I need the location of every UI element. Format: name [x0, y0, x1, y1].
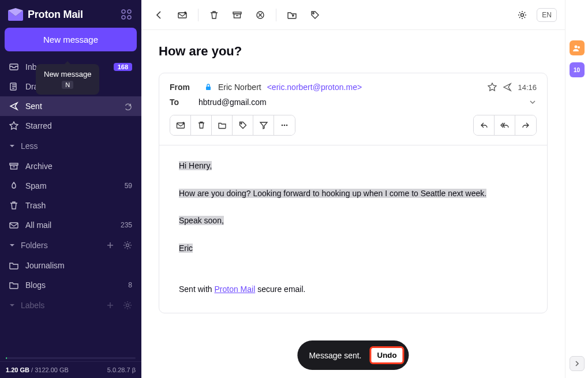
chevron-down-icon	[9, 302, 15, 308]
sidebar-item-label: All mail	[25, 220, 51, 230]
folders-title: Folders	[21, 241, 48, 250]
svg-point-20	[182, 122, 185, 124]
less-label: Less	[21, 141, 38, 151]
star-icon	[9, 121, 18, 130]
svg-point-23	[284, 125, 286, 126]
delete-button[interactable]	[204, 5, 224, 25]
message-time: 14:16	[518, 83, 537, 92]
allmail-icon	[9, 220, 18, 230]
toolbar: EN	[141, 0, 565, 30]
sent-icon	[9, 102, 18, 111]
sidebar: Proton Mail New message New message N In…	[0, 0, 141, 378]
add-label-icon[interactable]	[106, 301, 115, 310]
body-signature: Eric	[179, 244, 193, 253]
move-to-button[interactable]	[212, 115, 233, 135]
storage-used: 1.20 GB	[6, 366, 29, 373]
contacts-app-icon[interactable]	[570, 40, 585, 55]
labels-header[interactable]: Labels	[0, 295, 141, 316]
storage-bar: 1.20 GB / 3122.00 GB 5.0.28.7 β	[0, 361, 141, 378]
folders-settings-icon[interactable]	[123, 241, 132, 250]
reply-all-button[interactable]	[495, 115, 515, 135]
forward-button[interactable]	[515, 115, 536, 135]
folder-journalism[interactable]: Journalism	[0, 256, 141, 275]
body-greeting: Hi Henry,	[179, 161, 212, 170]
folder-blogs[interactable]: Blogs 8	[0, 275, 141, 295]
undo-button[interactable]: Undo	[370, 346, 405, 364]
less-toggle[interactable]: Less	[0, 136, 141, 156]
lock-icon	[204, 83, 212, 91]
svg-point-24	[286, 125, 288, 126]
folder-icon	[9, 280, 18, 290]
svg-point-10	[126, 304, 129, 307]
collapse-rail-button[interactable]	[570, 356, 585, 371]
blogs-count: 8	[128, 281, 132, 289]
more-actions-button[interactable]	[274, 115, 295, 135]
proton-mail-link[interactable]: Proton Mail	[214, 285, 255, 294]
drafts-icon	[9, 82, 18, 91]
svg-point-3	[128, 16, 131, 19]
svg-point-9	[126, 244, 129, 247]
expand-recipients-icon[interactable]	[529, 98, 537, 106]
chevron-down-icon	[9, 143, 15, 149]
mark-unread-button[interactable]	[170, 115, 191, 135]
svg-rect-8	[10, 223, 18, 228]
spam-icon	[9, 181, 18, 190]
reply-button[interactable]	[474, 115, 495, 135]
sidebar-item-label: Blogs	[25, 280, 46, 290]
spam-count: 59	[125, 182, 132, 190]
move-button[interactable]	[282, 5, 302, 25]
add-folder-icon[interactable]	[106, 241, 115, 250]
message-reply-group	[473, 115, 537, 136]
to-address: hbtrud@gmail.com	[199, 98, 267, 107]
svg-rect-18	[206, 87, 211, 90]
new-message-button[interactable]: New message	[5, 28, 137, 51]
sidebar-item-archive[interactable]: Archive	[0, 156, 141, 176]
message-view: How are you? From Eric Norbert <eric.nor…	[141, 30, 565, 378]
star-outline-icon[interactable]	[488, 83, 497, 92]
sidebar-item-label: Journalism	[25, 261, 65, 270]
svg-point-22	[282, 125, 283, 126]
app-version: 5.0.28.7 β	[107, 366, 136, 373]
from-address[interactable]: <eric.norbert@proton.me>	[267, 83, 362, 92]
svg-point-21	[241, 123, 242, 124]
sidebar-item-label: Inb	[25, 62, 36, 72]
proton-logo-icon	[8, 8, 23, 21]
sidebar-item-starred[interactable]: Starred	[0, 116, 141, 136]
tooltip-shortcut: N	[62, 81, 73, 89]
storage-total: 3122.00 GB	[35, 366, 69, 373]
to-label: To	[170, 98, 199, 107]
message-header-card: From Eric Norbert <eric.norbert@proton.m…	[159, 73, 547, 145]
settings-button[interactable]	[512, 5, 532, 25]
body-line: How are you doing? Looking forward to ho…	[179, 189, 486, 198]
tooltip-label: New message	[44, 70, 91, 78]
allmail-count: 235	[121, 221, 132, 229]
message-body: Hi Henry, How are you doing? Looking for…	[159, 145, 547, 313]
folders-header[interactable]: Folders	[0, 235, 141, 256]
unread-button[interactable]	[173, 5, 192, 25]
trash-button[interactable]	[191, 115, 212, 135]
toast-notification: Message sent. Undo	[297, 340, 409, 370]
labels-settings-icon[interactable]	[123, 301, 132, 310]
calendar-app-icon[interactable]: 10	[570, 62, 585, 77]
label-button[interactable]	[305, 5, 325, 25]
spam-button[interactable]	[250, 5, 270, 25]
language-selector[interactable]: EN	[537, 8, 557, 22]
sidebar-item-spam[interactable]: Spam 59	[0, 176, 141, 196]
message-subject: How are you?	[159, 44, 548, 59]
sidebar-item-allmail[interactable]: All mail 235	[0, 215, 141, 235]
apps-grid-icon[interactable]	[121, 9, 132, 20]
svg-point-12	[184, 12, 186, 14]
svg-point-25	[574, 46, 577, 48]
body-footer: Sent with Proton Mail secure email.	[179, 283, 527, 297]
logo-text: Proton Mail	[28, 9, 83, 21]
archive-button[interactable]	[227, 5, 247, 25]
back-button[interactable]	[149, 5, 169, 25]
from-name: Eric Norbert	[218, 83, 261, 92]
filter-button[interactable]	[253, 115, 274, 135]
sidebar-item-trash[interactable]: Trash	[0, 196, 141, 215]
sidebar-item-label: Trash	[25, 201, 46, 210]
label-as-button[interactable]	[233, 115, 253, 135]
toast-text: Message sent.	[309, 351, 361, 360]
sidebar-item-sent[interactable]: Sent	[0, 96, 141, 116]
refresh-icon[interactable]	[124, 102, 132, 110]
